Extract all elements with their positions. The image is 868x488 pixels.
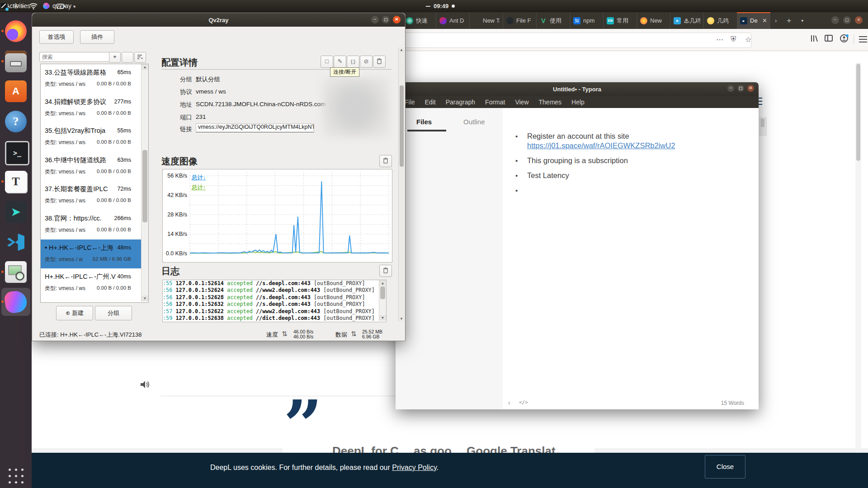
menu-help[interactable]: Help xyxy=(567,99,589,106)
menu-hamburger-icon[interactable] xyxy=(859,39,867,40)
clock-area[interactable]: 09:49 xyxy=(426,0,455,12)
clear-chart-button[interactable] xyxy=(379,155,392,167)
library-icon[interactable] xyxy=(810,34,818,42)
textarea-scrollbar[interactable] xyxy=(760,117,767,136)
panel-scrollbar[interactable]: ▲ ▼ xyxy=(398,47,405,321)
bookmark-star-icon[interactable]: ☆ xyxy=(745,35,751,44)
menu-paragraph[interactable]: Paragraph xyxy=(441,99,480,106)
scroll-tabs-right-icon[interactable]: › xyxy=(775,17,777,24)
tab-outline[interactable]: Outline xyxy=(463,118,485,126)
dock-item-typora-icon[interactable]: T xyxy=(5,171,27,192)
scroll-down-arrow[interactable]: ▼ xyxy=(400,317,403,321)
typora-titlebar[interactable]: Untitled• - Typora − ◻ ✕ xyxy=(396,82,759,96)
dock-item-terminal-icon[interactable]: >_ xyxy=(5,141,29,165)
group-button[interactable]: 分组 xyxy=(95,306,132,320)
browser-tab-Ant D[interactable]: Ant D xyxy=(436,12,469,29)
server-item[interactable]: 34.捐赠解锁更多协议277ms类型: vmess / ws0.00 B / 0… xyxy=(41,94,141,122)
server-list[interactable]: ▲ ▼ 33.公益等级線路嚴格65ms类型: vmess / ws0.00 B … xyxy=(40,64,149,303)
dock-item-firefox-icon[interactable] xyxy=(5,20,27,42)
minimize-button[interactable]: − xyxy=(727,85,734,92)
server-item[interactable]: 36.中继中转隧道线路63ms类型: vmess / ws0.00 B / 0.… xyxy=(41,152,141,181)
activities-button[interactable]: Activities xyxy=(5,0,30,12)
browser-tab-De[interactable]: ▸De✕ xyxy=(737,12,770,29)
app-menu[interactable]: qv2ray▾ xyxy=(43,0,76,12)
source-mode-icon[interactable]: </> xyxy=(519,399,528,405)
menu-edit[interactable]: Edit xyxy=(420,99,440,106)
scroll-up-arrow[interactable]: ▲ xyxy=(400,48,403,52)
legend-总计↑[interactable]: 总计↑ xyxy=(192,184,206,192)
dock-item-screenshot-tool-icon[interactable] xyxy=(5,261,27,283)
sidebar-icon[interactable] xyxy=(825,34,833,42)
dock-item-ubuntu-software-icon[interactable]: A xyxy=(5,80,27,102)
close-button[interactable]: ✕ xyxy=(393,16,401,23)
qv2ray-titlebar[interactable]: Qv2ray − ◻ ✕ xyxy=(32,13,405,27)
scroll-thumb[interactable] xyxy=(400,85,404,167)
input-method-icon[interactable] xyxy=(0,2,8,10)
tab-files[interactable]: Files xyxy=(416,118,432,126)
page-scrollbar[interactable] xyxy=(855,63,861,488)
scroll-up-arrow[interactable]: ▲ xyxy=(142,64,148,70)
cookie-close-button[interactable]: Close xyxy=(705,455,745,479)
typora-editor[interactable]: •Register an account at this sitehttps:/… xyxy=(503,108,759,397)
blank-button[interactable] xyxy=(122,52,133,63)
server-item[interactable]: H+.HK←-IPLC←-广州.V40ms类型: vmess / ws0.00 … xyxy=(41,268,141,297)
listen-speaker-icon[interactable] xyxy=(139,379,150,392)
show-applications-button[interactable] xyxy=(8,468,26,486)
maximize-button[interactable]: ◻ xyxy=(382,16,390,23)
edit-json-button[interactable]: {;} xyxy=(347,56,359,68)
browser-tab-使用[interactable]: V使用 xyxy=(536,12,570,29)
log-output[interactable]: ▲ ▼ :55 127.0.0.1:52614 accepted //s.dee… xyxy=(162,280,387,322)
browser-tab-常用[interactable]: EB常用 xyxy=(603,12,637,29)
close-button[interactable]: ✕ xyxy=(747,85,754,92)
browser-tab-New Tab[interactable]: New Tab xyxy=(469,12,503,29)
server-item[interactable]: H+.HK←-IPLC←-… xyxy=(41,298,141,303)
server-item[interactable]: 38.官网：https://cc.266ms类型: vmess / ws0.00… xyxy=(41,210,141,239)
dock-item-remote-terminal-icon[interactable]: ➤ xyxy=(5,201,27,223)
close-button[interactable]: ✕ xyxy=(855,16,863,24)
browser-tab-♨几鸡[interactable]: ➤♨几鸡 xyxy=(670,12,703,29)
account-icon[interactable] xyxy=(840,34,849,43)
sort-button[interactable] xyxy=(134,52,146,63)
browser-tab-File F[interactable]: File F xyxy=(503,12,536,29)
dock-item-help-icon[interactable]: ? xyxy=(5,111,27,132)
tab-list-dropdown-icon[interactable]: ▾ xyxy=(801,18,803,23)
scroll-down-arrow[interactable]: ▼ xyxy=(142,296,148,301)
server-item[interactable]: 37.长期套餐覆盖IPLC72ms类型: vmess / ws0.00 B / … xyxy=(41,181,141,210)
browser-tab-几鸡[interactable]: 几鸡 xyxy=(703,12,737,29)
clear-log-button[interactable] xyxy=(379,265,392,277)
minimize-button[interactable]: − xyxy=(371,16,379,23)
menu-themes[interactable]: Themes xyxy=(534,99,566,106)
tab-close-icon[interactable]: ✕ xyxy=(762,17,767,24)
server-item-selected[interactable]: • H+.HK←-IPLC←-上海48ms类型: vmess / w.52 MB… xyxy=(41,239,141,268)
page-actions-icon[interactable]: ⋯ xyxy=(716,35,723,44)
pocket-icon[interactable]: ⛨ xyxy=(731,35,736,43)
scroll-thumb[interactable] xyxy=(380,286,385,299)
browser-tab-快速[interactable]: 快速 xyxy=(402,12,436,29)
menu-format[interactable]: Format xyxy=(481,99,509,106)
scroll-up-arrow[interactable]: ▲ xyxy=(379,280,386,286)
new-tab-button[interactable]: + xyxy=(787,16,791,25)
sidebar-toggle-icon[interactable]: ‹ xyxy=(508,399,510,406)
bullet-item[interactable]: •Register an account at this sitehttps:/… xyxy=(515,131,741,150)
maximize-button[interactable]: ◻ xyxy=(843,16,851,24)
bullet-item[interactable]: •Test Latency xyxy=(515,171,741,180)
minimize-button[interactable]: − xyxy=(831,16,839,24)
dock-item-files-icon[interactable] xyxy=(5,51,27,72)
connect-disconnect-button[interactable]: ⊘ xyxy=(360,56,373,68)
privacy-policy-link[interactable]: Privacy Policy xyxy=(392,464,436,471)
dock-item-vscode-icon[interactable] xyxy=(5,231,27,253)
scroll-thumb[interactable] xyxy=(142,150,147,222)
edit-config-button[interactable]: ✎ xyxy=(334,56,346,68)
server-list-scrollbar[interactable]: ▲ ▼ xyxy=(141,64,148,301)
bullet-item[interactable]: • xyxy=(515,186,741,195)
scroll-down-arrow[interactable]: ▼ xyxy=(379,315,386,321)
server-item[interactable]: 33.公益等级線路嚴格65ms类型: vmess / ws0.00 B / 0.… xyxy=(41,64,141,93)
server-item[interactable]: 35.包括V2ray和Troja55ms类型: vmess / ws0.00 B… xyxy=(41,122,141,151)
plugins-button[interactable]: 插件 xyxy=(80,30,114,44)
legend-总计↓[interactable]: 总计↓ xyxy=(192,174,206,182)
new-config-button[interactable]: ⊕ 新建 xyxy=(56,306,93,320)
browser-tab-npm[interactable]: 知npm xyxy=(570,12,603,29)
share-link-field[interactable]: vmess://eyJhZGQiOiJTQ0ROLjcyMTM4LkpNT0ZM… xyxy=(196,123,314,132)
maximize-button[interactable]: ◻ xyxy=(737,85,744,92)
stop-button[interactable]: □ xyxy=(321,56,333,68)
